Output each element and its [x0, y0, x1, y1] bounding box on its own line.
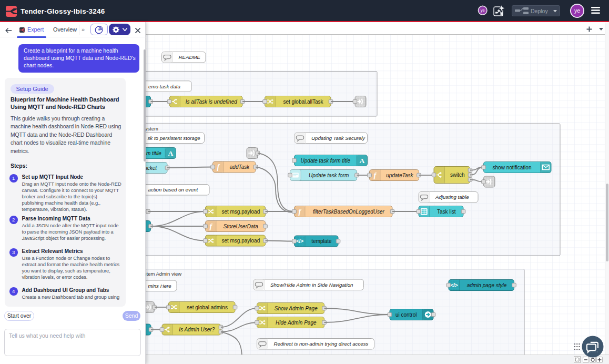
svg-text:updateTask: updateTask	[386, 173, 413, 178]
svg-text:emo task data: emo task data	[148, 84, 180, 89]
svg-text:m titile: m titile	[146, 150, 161, 156]
svg-text:Redirect is non-admin trying d: Redirect is non-admin trying direct acce…	[274, 341, 369, 347]
svg-text:icket: icket	[146, 165, 158, 171]
svg-text:ystem Admin view: ystem Admin view	[146, 271, 181, 277]
svg-text:show notification: show notification	[493, 165, 532, 170]
svg-text:README: README	[179, 54, 201, 60]
svg-text:A: A	[359, 157, 364, 165]
svg-text:Update task form: Update task form	[309, 173, 349, 178]
svg-text:Is allTask is undefined: Is allTask is undefined	[186, 99, 237, 105]
svg-text:Update task form title: Update task form title	[301, 158, 351, 164]
svg-text:filterTaskBasedOnLoggedUser: filterTaskBasedOnLoggedUser	[313, 209, 384, 215]
svg-text:Show/Hide Admin in Side Naviga: Show/Hide Admin in Side Navigation	[270, 282, 353, 288]
svg-text:ui control: ui control	[395, 312, 417, 318]
svg-text:switch: switch	[450, 172, 465, 178]
svg-text:ye: ye	[574, 7, 580, 14]
svg-text:admin page style: admin page style	[467, 282, 507, 288]
svg-text:set msg.payload: set msg.payload	[221, 209, 260, 215]
svg-text:set msg.payload: set msg.payload	[221, 238, 260, 244]
svg-text:Updating Task Securely: Updating Task Securely	[311, 135, 366, 141]
svg-text:mins Here: mins Here	[148, 283, 172, 289]
svg-text:</>: </>	[451, 282, 458, 288]
svg-text:Hide Admin Page: Hide Admin Page	[276, 320, 317, 326]
svg-text:Task list: Task list	[437, 209, 456, 215]
svg-text:action based on event: action based on event	[148, 187, 199, 193]
svg-text:template: template	[311, 238, 332, 244]
svg-text:set global.admins: set global.admins	[187, 305, 228, 310]
svg-text:sk to persistent storage: sk to persistent storage	[148, 135, 201, 141]
svg-text:Is Admin User?: Is Admin User?	[179, 327, 215, 332]
svg-text:Show Admin Page: Show Admin Page	[275, 306, 318, 311]
svg-text:addTask: addTask	[230, 164, 250, 170]
svg-text:StoreUserData: StoreUserData	[224, 224, 259, 229]
svg-text:ye: ye	[481, 8, 485, 13]
svg-text:ystem: ystem	[146, 126, 158, 132]
svg-text:A: A	[168, 149, 173, 157]
svg-text:</>: </>	[296, 238, 303, 244]
svg-text:Adjusting table: Adjusting table	[435, 194, 469, 200]
svg-text:set global.allTask: set global.allTask	[283, 99, 323, 105]
